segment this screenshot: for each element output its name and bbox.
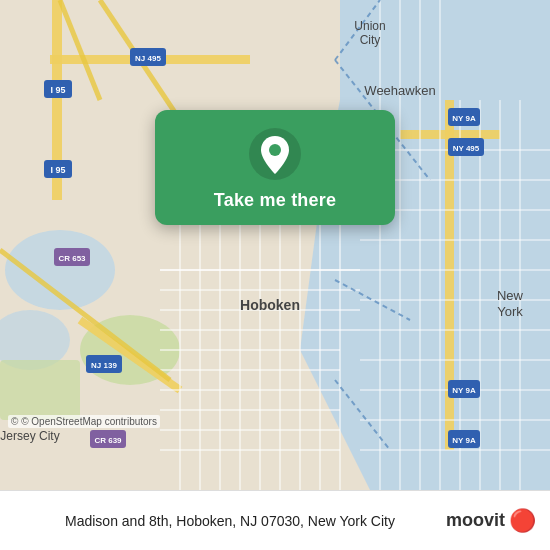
osm-credit: © © OpenStreetMap contributors xyxy=(8,415,160,428)
svg-rect-5 xyxy=(0,360,80,420)
svg-text:NY 9A: NY 9A xyxy=(452,386,476,395)
map-container: I 95 I 95 NJ 495 NJ 139 CR 653 CR 639 NY… xyxy=(0,0,550,490)
svg-text:Jersey City: Jersey City xyxy=(0,429,59,443)
copyright-symbol: © xyxy=(11,416,18,427)
svg-text:I 95: I 95 xyxy=(50,85,65,95)
svg-text:NJ 139: NJ 139 xyxy=(91,361,117,370)
svg-text:York: York xyxy=(497,304,523,319)
svg-text:Union: Union xyxy=(354,19,385,33)
svg-text:Weehawken: Weehawken xyxy=(364,83,435,98)
svg-text:CR 639: CR 639 xyxy=(94,436,122,445)
address-text: Madison and 8th, Hoboken, NJ 07030, New … xyxy=(14,513,446,529)
osm-credit-text: © OpenStreetMap contributors xyxy=(21,416,157,427)
moovit-brand-text: moovit xyxy=(446,510,505,531)
take-me-there-button[interactable]: Take me there xyxy=(214,190,336,211)
svg-point-84 xyxy=(269,144,281,156)
svg-text:NY 495: NY 495 xyxy=(453,144,480,153)
svg-text:CR 653: CR 653 xyxy=(58,254,86,263)
moovit-logo: moovit 🔴 xyxy=(446,508,536,534)
svg-text:I 95: I 95 xyxy=(50,165,65,175)
bottom-bar: Madison and 8th, Hoboken, NJ 07030, New … xyxy=(0,490,550,550)
map-pin-icon xyxy=(249,128,301,180)
svg-text:NY 9A: NY 9A xyxy=(452,436,476,445)
svg-text:NY 9A: NY 9A xyxy=(452,114,476,123)
svg-text:City: City xyxy=(360,33,381,47)
svg-rect-10 xyxy=(400,130,500,139)
action-card[interactable]: Take me there xyxy=(155,110,395,225)
svg-text:NJ 495: NJ 495 xyxy=(135,54,161,63)
svg-text:New: New xyxy=(497,288,524,303)
svg-text:Hoboken: Hoboken xyxy=(240,297,300,313)
moovit-logo-dot: 🔴 xyxy=(509,508,536,534)
